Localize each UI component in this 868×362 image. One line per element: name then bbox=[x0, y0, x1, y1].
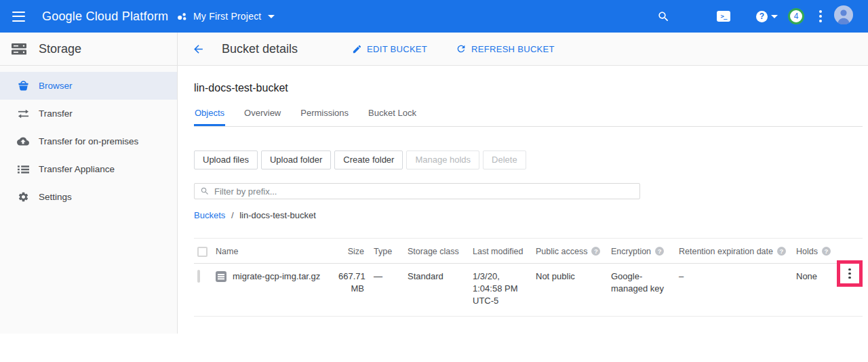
pencil-icon bbox=[352, 44, 362, 54]
sidebar-item-label: Transfer for on-premises bbox=[39, 136, 138, 146]
column-header-type[interactable]: Type bbox=[374, 239, 408, 263]
sidebar-nav: Browser Transfer bbox=[0, 66, 177, 211]
cell-public-access: Not public bbox=[536, 264, 611, 316]
main-panel: Bucket details EDIT BUCKET REFRESH BUCKE… bbox=[178, 33, 868, 334]
sidebar-item-label: Transfer Appliance bbox=[39, 164, 115, 174]
cell-holds: None bbox=[796, 264, 837, 316]
column-header-holds[interactable]: Holds bbox=[796, 239, 837, 263]
sidebar-item-transfer-appliance[interactable]: Transfer Appliance bbox=[0, 155, 177, 183]
sidebar-item-transfer-on-premises[interactable]: Transfer for on-premises bbox=[0, 127, 177, 155]
help-icon[interactable] bbox=[777, 247, 786, 256]
storage-product-icon bbox=[11, 42, 27, 56]
top-navigation-bar: Google Cloud Platform My First Project >… bbox=[0, 0, 868, 33]
column-header-size[interactable]: Size bbox=[338, 239, 374, 263]
table-header-row: Name Size Type Storage class Last modifi… bbox=[194, 238, 863, 264]
object-name-link[interactable]: migrate-gcp-img.tar.gz bbox=[233, 270, 320, 283]
filter-prefix-input[interactable] bbox=[214, 186, 634, 197]
sidebar-item-transfer[interactable]: Transfer bbox=[0, 100, 177, 127]
search-icon[interactable] bbox=[657, 10, 670, 23]
help-icon[interactable] bbox=[822, 247, 831, 256]
transfer-arrows-icon bbox=[17, 109, 29, 119]
objects-table: Name Size Type Storage class Last modifi… bbox=[194, 238, 863, 317]
cell-size: 667.71 MB bbox=[338, 264, 374, 316]
bucket-name-title: lin-docs-test-bucket bbox=[194, 82, 863, 94]
objects-toolbar: Upload files Upload folder Create folder… bbox=[194, 150, 863, 169]
help-icon[interactable] bbox=[591, 247, 600, 256]
bucket-icon bbox=[17, 80, 29, 92]
project-selector[interactable]: My First Project bbox=[177, 11, 275, 22]
upload-files-button[interactable]: Upload files bbox=[194, 150, 258, 169]
bucket-tabs: Objects Overview Permissions Bucket Lock bbox=[194, 104, 863, 127]
cloud-shell-icon[interactable]: >_ bbox=[717, 11, 730, 22]
chevron-down-icon bbox=[268, 15, 275, 18]
column-header-last-modified[interactable]: Last modified bbox=[473, 239, 536, 263]
column-header-storage-class[interactable]: Storage class bbox=[408, 239, 473, 263]
chevron-down-icon bbox=[771, 15, 778, 18]
sidebar-item-label: Settings bbox=[39, 192, 72, 202]
storage-sidebar: Storage Browser bbox=[0, 33, 178, 334]
project-icon bbox=[177, 12, 187, 22]
more-options-icon[interactable] bbox=[819, 9, 822, 24]
sidebar-header: Storage bbox=[0, 33, 177, 66]
breadcrumb: Buckets / lin-docs-test-bucket bbox=[194, 210, 863, 220]
tab-bucket-lock[interactable]: Bucket Lock bbox=[368, 104, 417, 126]
cell-retention: – bbox=[679, 264, 796, 316]
breadcrumb-buckets-link[interactable]: Buckets bbox=[194, 210, 225, 220]
project-name: My First Project bbox=[193, 11, 261, 22]
create-folder-button[interactable]: Create folder bbox=[334, 150, 403, 169]
gcp-logo[interactable]: Google Cloud Platform bbox=[42, 9, 165, 24]
edit-bucket-button[interactable]: EDIT BUCKET bbox=[352, 44, 427, 54]
menu-hamburger-icon[interactable] bbox=[12, 8, 28, 24]
back-arrow-icon[interactable] bbox=[192, 43, 205, 56]
table-row: migrate-gcp-img.tar.gz 667.71 MB — Stand… bbox=[194, 264, 863, 317]
column-header-public-access[interactable]: Public access bbox=[536, 239, 611, 263]
notifications-badge[interactable]: 4 bbox=[788, 8, 804, 24]
row-checkbox[interactable] bbox=[197, 270, 200, 283]
cell-encryption: Google-managed key bbox=[611, 264, 679, 316]
column-header-retention[interactable]: Retention expiration date bbox=[679, 239, 796, 263]
topbar-actions: >_ ? 4 bbox=[657, 5, 868, 27]
sidebar-title: Storage bbox=[39, 42, 81, 56]
bucket-content: lin-docs-test-bucket Objects Overview Pe… bbox=[178, 66, 868, 317]
filter-prefix-box bbox=[194, 183, 640, 199]
app-body: Storage Browser bbox=[0, 33, 868, 334]
help-icon: ? bbox=[756, 11, 768, 22]
delete-button[interactable]: Delete bbox=[483, 150, 526, 169]
breadcrumb-separator: / bbox=[231, 210, 234, 220]
annotation-highlight-box bbox=[837, 260, 863, 287]
avatar[interactable] bbox=[834, 5, 853, 27]
bucket-details-header: Bucket details EDIT BUCKET REFRESH BUCKE… bbox=[178, 33, 868, 66]
column-header-name[interactable]: Name bbox=[216, 239, 338, 263]
select-all-checkbox[interactable] bbox=[197, 247, 208, 257]
gear-icon bbox=[17, 191, 29, 203]
cell-type: — bbox=[374, 264, 408, 316]
file-icon bbox=[216, 271, 226, 282]
manage-holds-button[interactable]: Manage holds bbox=[406, 150, 479, 169]
tab-objects[interactable]: Objects bbox=[194, 104, 225, 126]
sidebar-item-browser[interactable]: Browser bbox=[0, 72, 177, 100]
sidebar-item-label: Transfer bbox=[39, 108, 73, 119]
help-icon[interactable] bbox=[655, 247, 664, 256]
tab-overview[interactable]: Overview bbox=[243, 104, 281, 126]
appliance-list-icon bbox=[17, 165, 29, 174]
cell-last-modified: 1/3/20, 1:04:58 PM UTC-5 bbox=[473, 264, 536, 316]
search-icon bbox=[200, 186, 210, 196]
upload-folder-button[interactable]: Upload folder bbox=[261, 150, 331, 169]
refresh-bucket-button[interactable]: REFRESH BUCKET bbox=[456, 43, 555, 54]
help-menu[interactable]: ? bbox=[756, 11, 778, 22]
sidebar-item-settings[interactable]: Settings bbox=[0, 183, 177, 211]
cloud-upload-icon bbox=[17, 136, 29, 146]
page-title: Bucket details bbox=[222, 42, 298, 56]
column-header-encryption[interactable]: Encryption bbox=[611, 239, 679, 263]
tab-permissions[interactable]: Permissions bbox=[300, 104, 349, 126]
gcp-console-screen: Google Cloud Platform My First Project >… bbox=[0, 0, 868, 362]
sidebar-item-label: Browser bbox=[39, 81, 73, 91]
row-menu-icon[interactable] bbox=[848, 267, 850, 280]
cell-storage-class: Standard bbox=[408, 264, 473, 316]
refresh-icon bbox=[456, 43, 467, 54]
breadcrumb-current: lin-docs-test-bucket bbox=[239, 210, 316, 220]
